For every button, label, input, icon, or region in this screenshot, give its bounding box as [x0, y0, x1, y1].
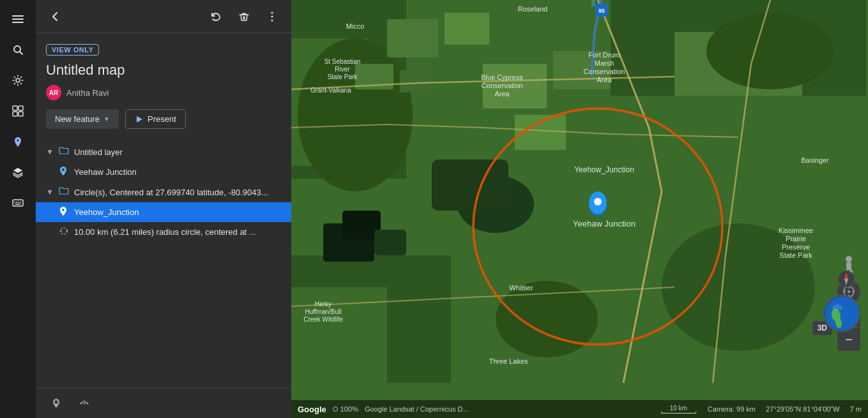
menu-icon-button[interactable] [5, 6, 31, 32]
svg-text:Area: Area [494, 90, 510, 98]
svg-text:Huffman/Bull: Huffman/Bull [305, 308, 341, 315]
svg-text:Fort Drum: Fort Drum [588, 51, 620, 59]
svg-text:River: River [335, 66, 350, 73]
svg-text:Prairie: Prairie [786, 235, 806, 243]
scale-line [661, 412, 696, 414]
keyboard-icon-button[interactable] [5, 190, 31, 216]
panel-body: VIEW ONLY Untitled map AR Anitha Ravi Ne… [36, 33, 291, 139]
svg-text:Yeehow_Junction: Yeehow_Junction [574, 165, 634, 174]
svg-point-59 [594, 198, 602, 205]
svg-point-26 [60, 230, 62, 232]
circle-item-label: 10.00 km (6.21 miles) radius circle, cen… [74, 227, 281, 237]
svg-text:Herky: Herky [315, 301, 331, 308]
svg-text:Blue Cypress: Blue Cypress [481, 73, 523, 81]
undo-button[interactable] [204, 5, 227, 28]
svg-marker-24 [137, 116, 142, 123]
settings-icon-button[interactable] [5, 68, 31, 93]
globe-widget[interactable] [823, 295, 860, 332]
svg-text:St Sebastian: St Sebastian [324, 58, 361, 65]
new-feature-button[interactable]: New feature ▼ [46, 109, 119, 129]
svg-point-19 [271, 11, 273, 13]
new-feature-label: New feature [55, 114, 100, 124]
scale-bar: 10 km [661, 405, 696, 414]
svg-point-5 [16, 78, 20, 82]
svg-point-102 [832, 304, 842, 311]
yeehow-junction-item[interactable]: Yeehow_Junction [36, 202, 291, 222]
pin-icon-2 [59, 206, 70, 218]
circle-item[interactable]: 10.00 km (6.21 miles) radius circle, cen… [36, 222, 291, 242]
user-row: AR Anitha Ravi [46, 85, 281, 100]
grid-icon-button[interactable] [5, 98, 31, 124]
delete-button[interactable] [232, 5, 255, 28]
layer-1-label: Untitled layer [74, 147, 281, 157]
icon-sidebar [0, 0, 36, 418]
svg-rect-7 [19, 106, 23, 110]
svg-text:Marsh: Marsh [595, 59, 614, 67]
layer-tree: ▼ Untitled layer Yeehaw Junction ▼ [36, 139, 291, 387]
draw-tool-button[interactable] [74, 393, 95, 414]
present-label: Present [148, 114, 176, 124]
location-icon-button[interactable] [5, 129, 31, 154]
svg-point-89 [846, 256, 852, 262]
svg-point-94 [848, 290, 850, 293]
present-icon [135, 115, 144, 124]
avatar: AR [46, 85, 61, 100]
svg-text:Area: Area [597, 76, 612, 84]
more-options-button[interactable] [261, 5, 284, 28]
svg-point-20 [271, 15, 273, 17]
yeehow-junction-label: Yeehow_Junction [74, 207, 281, 217]
panel-header [36, 0, 291, 33]
elevation: 7 m [850, 405, 862, 413]
svg-text:Micco: Micco [346, 22, 365, 30]
svg-text:Basinger: Basinger [801, 156, 829, 164]
folder-icon-2 [59, 186, 70, 198]
zoom-dot [333, 407, 338, 412]
svg-text:State Park: State Park [328, 73, 358, 80]
svg-point-21 [271, 19, 273, 21]
camera-info: Camera: 99 km [708, 405, 756, 413]
svg-rect-0 [12, 15, 24, 17]
svg-text:95: 95 [598, 8, 605, 14]
svg-text:Preserve: Preserve [782, 243, 810, 251]
search-icon-button[interactable] [5, 37, 31, 63]
svg-text:Yeehaw Junction: Yeehaw Junction [573, 219, 636, 228]
svg-line-4 [20, 52, 22, 54]
user-name: Anitha Ravi [66, 88, 109, 98]
panel-bottom-toolbar [36, 387, 291, 418]
expand-icon: ▼ [46, 147, 55, 156]
present-button[interactable]: Present [125, 109, 186, 129]
layer-1-header[interactable]: ▼ Untitled layer [36, 142, 291, 162]
zoom-indicator: 100% [333, 405, 358, 413]
layer-2-header[interactable]: ▼ Circle(s), Centered at 27.699740 latit… [36, 182, 291, 202]
action-row: New feature ▼ Present [46, 109, 281, 129]
pin-icon [59, 166, 70, 178]
svg-point-44 [706, 13, 834, 89]
svg-text:Kissimmee: Kissimmee [779, 227, 813, 234]
coordinates: 27°29'05"N 81°04'00"W [766, 405, 840, 413]
scale-label: 10 km [670, 405, 687, 412]
svg-text:Conservation: Conservation [584, 68, 625, 75]
map-area[interactable]: Roseland Micco St Sebastian River State … [291, 0, 868, 418]
svg-text:Creek Wildlife: Creek Wildlife [303, 316, 343, 323]
add-marker-tool-button[interactable] [46, 393, 66, 414]
view-only-badge: VIEW ONLY [46, 44, 99, 56]
compass-button[interactable] [837, 270, 855, 290]
layers-stack-button[interactable] [5, 160, 31, 185]
svg-text:AR: AR [49, 89, 59, 96]
back-button[interactable] [43, 5, 66, 28]
svg-rect-90 [846, 262, 851, 270]
svg-text:State Park: State Park [779, 251, 812, 259]
map-title: Untitled map [46, 62, 281, 78]
yeehaw-junction-item[interactable]: Yeehaw Junction [36, 162, 291, 182]
svg-text:Whittier: Whittier [509, 284, 533, 292]
svg-rect-37 [432, 160, 508, 211]
svg-point-29 [84, 402, 86, 404]
google-logo: Google [298, 405, 326, 414]
chevron-down-icon: ▼ [103, 116, 110, 123]
svg-rect-6 [13, 106, 17, 110]
svg-text:Grant-Valkaria: Grant-Valkaria [310, 87, 351, 94]
svg-rect-38 [387, 19, 438, 57]
map-satellite-bg: Roseland Micco St Sebastian River State … [291, 0, 868, 418]
svg-rect-55 [374, 230, 406, 255]
circle-line-icon [59, 226, 70, 238]
